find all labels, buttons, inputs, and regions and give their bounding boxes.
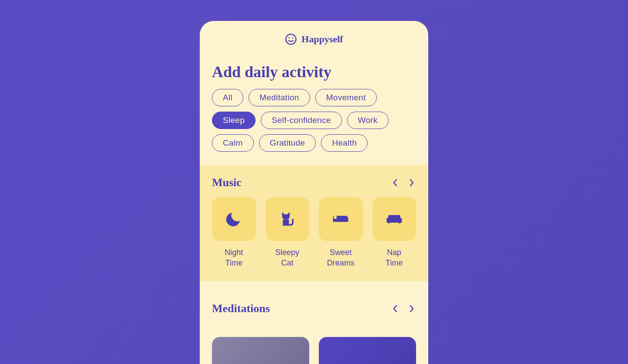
music-prev-button[interactable] [391,178,399,187]
chip-sleep[interactable]: Sleep [212,112,256,129]
chip-all[interactable]: All [212,89,243,106]
app-frame: Happyself Add daily activity All Meditat… [200,21,428,364]
meditations-next-button[interactable] [407,304,416,313]
chevron-right-icon [410,179,414,186]
chip-meditation[interactable]: Meditation [249,89,310,106]
music-card-nap-time[interactable]: Nap Time [372,197,416,268]
meditations-nav [391,304,416,313]
meditations-title: Meditations [212,302,270,315]
bed-icon [331,210,350,228]
chip-work[interactable]: Work [347,112,389,129]
meditations-section: Meditations [200,291,428,327]
couch-icon [385,210,403,228]
svg-point-1 [289,37,290,39]
meditations-prev-button[interactable] [391,304,399,313]
moon-icon [225,210,243,228]
category-chips: All Meditation Movement Sleep Self-confi… [200,89,428,165]
title-section: Add daily activity [200,51,428,89]
music-section: Music Night Time Sleepy [200,165,428,281]
app-header: Happyself [200,21,428,51]
brand-name: Happyself [301,34,343,45]
chip-gratitude[interactable]: Gratitude [259,134,316,152]
chevron-right-icon [410,305,414,312]
music-card-night-time[interactable]: Night Time [212,197,256,268]
meditation-card-2[interactable] [319,337,416,364]
smile-icon [285,33,297,45]
chip-health[interactable]: Health [321,134,368,152]
page-title: Add daily activity [212,63,416,81]
music-cards: Night Time Sleepy Cat Sweet Dreams Nap T… [212,197,416,268]
music-card-sweet-dreams[interactable]: Sweet Dreams [319,197,363,268]
card-tile [266,197,310,241]
chip-movement[interactable]: Movement [315,89,377,106]
music-nav [391,178,416,187]
card-label: Sleepy Cat [275,247,299,269]
card-tile [212,197,256,241]
meditation-card-1[interactable] [212,337,309,364]
music-title: Music [212,176,242,189]
music-header: Music [212,176,416,189]
chip-self-confidence[interactable]: Self-confidence [261,112,341,129]
music-next-button[interactable] [407,178,416,187]
card-label: Sweet Dreams [327,247,355,269]
card-label: Night Time [225,247,243,269]
card-label: Nap Time [386,247,403,269]
svg-point-2 [292,37,294,39]
card-tile [372,197,416,241]
music-card-sleepy-cat[interactable]: Sleepy Cat [266,197,310,268]
chip-calm[interactable]: Calm [212,134,254,152]
meditations-cards [200,337,428,364]
svg-point-0 [286,34,296,44]
cat-icon [278,210,297,228]
chevron-left-icon [393,305,397,312]
meditations-header: Meditations [212,302,416,315]
chevron-left-icon [393,179,397,186]
card-tile [319,197,363,241]
